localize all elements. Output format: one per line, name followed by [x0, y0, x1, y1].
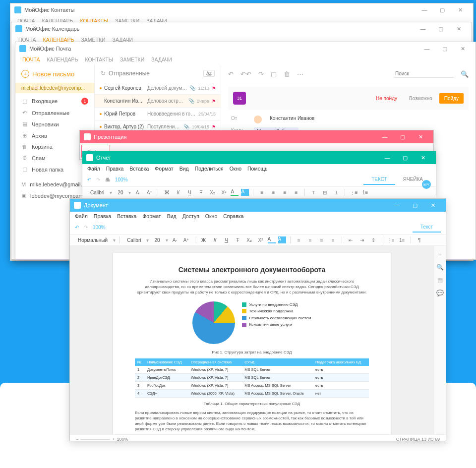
reply-icon[interactable]: ↶ [228, 70, 234, 78]
maximize-icon[interactable]: ▢ [432, 23, 450, 34]
superscript-icon[interactable]: X² [256, 237, 265, 243]
redo-icon[interactable]: ↷ [84, 225, 88, 230]
bold-icon[interactable]: Ж [162, 190, 171, 195]
font-select[interactable]: Calibri [124, 237, 144, 243]
close-icon[interactable]: ✕ [451, 4, 469, 15]
close-icon[interactable]: ✕ [454, 43, 472, 54]
font-decrease-icon[interactable]: A˗ [133, 190, 142, 195]
menu-help[interactable]: Справка [223, 213, 243, 219]
sort-button[interactable]: A͟Z [203, 70, 215, 77]
menu-insert[interactable]: Вставка [129, 166, 149, 172]
forward-icon[interactable]: ↷ [258, 70, 264, 78]
menu-view[interactable]: Вид [179, 166, 189, 172]
indent-inc-icon[interactable]: ⇥ [357, 237, 366, 243]
text-color-icon[interactable]: A [231, 189, 238, 196]
menu-file[interactable]: Файл [87, 166, 100, 172]
close-icon[interactable]: ✕ [424, 200, 442, 211]
italic-icon[interactable]: К [174, 190, 182, 195]
menu-tasks[interactable]: ЗАДАЧИ [151, 57, 172, 62]
menu-edit[interactable]: Правка [94, 213, 111, 219]
font-increase-icon[interactable]: A⁺ [145, 190, 154, 195]
maximize-icon[interactable]: ▢ [396, 152, 414, 163]
search-input[interactable] [394, 70, 454, 78]
menu-view[interactable]: Вид [167, 213, 177, 219]
maximize-icon[interactable]: ▢ [406, 200, 424, 211]
message-row[interactable]: Сергей КоролевДеловой документооб...📎11:… [95, 82, 221, 95]
size-select[interactable]: 20 [151, 237, 163, 243]
maximize-icon[interactable]: ▢ [436, 43, 454, 54]
font-increase-icon[interactable]: A⁺ [182, 237, 191, 243]
underline-icon[interactable]: Ч [222, 237, 231, 243]
rsvp-yes-button[interactable]: Пойду [439, 93, 464, 104]
track-icon[interactable]: ▤ [437, 277, 443, 284]
menu-insert[interactable]: Вставка [117, 213, 136, 219]
minimize-icon[interactable]: — [416, 4, 433, 15]
reply-all-icon[interactable]: ↶↶ [240, 70, 251, 78]
maximize-icon[interactable]: ▢ [394, 131, 412, 142]
pilcrow-icon[interactable]: ¶ [415, 237, 424, 243]
minimize-icon[interactable]: — [414, 23, 432, 34]
menu-file[interactable]: Файл [75, 213, 88, 219]
menu-window[interactable]: Окно [230, 166, 241, 172]
menu-access[interactable]: Доступ [182, 213, 199, 219]
account-label[interactable]: michael.lebedev@mycomp... [15, 83, 94, 93]
refresh-icon[interactable]: ↻ [101, 70, 106, 77]
valign-bot-icon[interactable]: ⊥ [332, 190, 341, 195]
align-right-icon[interactable]: ≡ [280, 190, 289, 195]
zoom-label[interactable]: 100% [115, 177, 128, 182]
maximize-icon[interactable]: ▢ [433, 4, 451, 15]
align-left-icon[interactable]: ≡ [295, 237, 303, 243]
zoom-label[interactable]: 100% [93, 225, 106, 230]
menu-share[interactable]: Поделиться [195, 166, 224, 172]
line-spacing-icon[interactable]: ⇕ [369, 237, 378, 243]
new-letter-button[interactable]: +Новое письмо [15, 67, 94, 81]
menu-format[interactable]: Формат [155, 166, 173, 172]
subscript-icon[interactable]: X₂ [245, 237, 254, 243]
rsvp-maybe-button[interactable]: Возможно [404, 93, 437, 104]
undo-icon[interactable]: ↶ [87, 177, 91, 182]
menu-window[interactable]: Окно [205, 213, 217, 219]
delete-icon[interactable]: 🗑 [284, 70, 290, 78]
close-icon[interactable]: ✕ [414, 152, 432, 163]
archive-icon[interactable]: ▢ [271, 70, 277, 78]
align-center-icon[interactable]: ≡ [269, 190, 278, 195]
font-select[interactable]: Calibri [87, 189, 107, 196]
folder-Черновики[interactable]: ▤Черновики [15, 118, 94, 130]
align-center-icon[interactable]: ≡ [306, 237, 315, 243]
message-row[interactable]: Юрий ПетровНововведения в госуда...20/04… [95, 108, 221, 120]
text-color-icon[interactable]: A [268, 236, 276, 243]
strike-icon[interactable]: Ŧ [234, 237, 242, 243]
more-icon[interactable]: ⋯ [297, 70, 303, 78]
bold-icon[interactable]: Ж [199, 237, 208, 243]
minimize-icon[interactable]: — [376, 131, 394, 142]
comments-icon[interactable]: 💬 [436, 290, 444, 296]
menu-format[interactable]: Формат [142, 213, 161, 219]
underline-icon[interactable]: Ч [185, 190, 194, 195]
valign-top-icon[interactable]: ⊤ [309, 190, 318, 195]
menu-contacts[interactable]: КОНТАКТЫ [85, 57, 113, 62]
align-justify-icon[interactable]: ≡ [329, 237, 338, 243]
align-left-icon[interactable]: ≡ [257, 190, 266, 195]
tab-text[interactable]: Текст [413, 222, 441, 233]
folder-Отправленные[interactable]: ↶Отправленные [15, 107, 94, 118]
close-icon[interactable]: ✕ [412, 131, 429, 142]
strike-icon[interactable]: Ŧ [196, 190, 205, 195]
menu-edit[interactable]: Правка [106, 166, 123, 172]
add-icon[interactable]: + [438, 251, 442, 258]
menu-calendar[interactable]: КАЛЕНДАРЬ [47, 57, 78, 62]
highlight-icon[interactable]: A [278, 236, 286, 243]
italic-icon[interactable]: К [211, 237, 220, 243]
number-list-icon[interactable]: 1≡ [360, 190, 369, 195]
align-right-icon[interactable]: ≡ [317, 237, 326, 243]
subscript-icon[interactable]: X₂ [208, 190, 217, 195]
bullet-list-icon[interactable]: ⋮≡ [349, 190, 358, 195]
user-badge[interactable]: MY [422, 180, 431, 189]
tab-text[interactable]: ТЕКСТ [363, 175, 395, 185]
rsvp-no-button[interactable]: Не пойду [371, 93, 402, 104]
message-row[interactable]: Константин Ив...Деловая встреча📎Вчера⚑ [95, 95, 221, 108]
redo-icon[interactable]: ↷ [96, 177, 100, 182]
size-select[interactable]: 20 [115, 189, 126, 196]
undo-icon[interactable]: ↶ [75, 225, 79, 230]
print-icon[interactable]: 🖶 [105, 177, 110, 182]
close-icon[interactable]: ✕ [450, 23, 468, 34]
